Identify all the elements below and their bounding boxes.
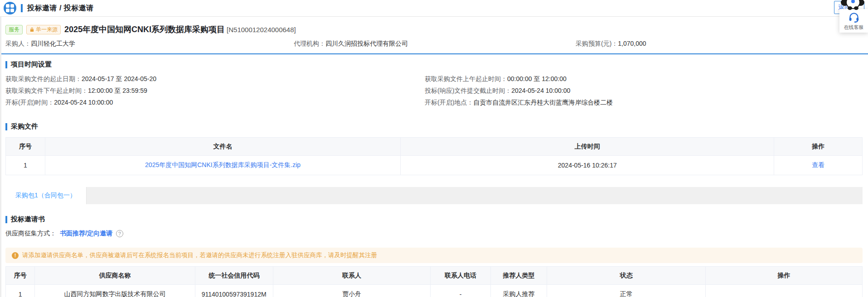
file-upload-time: 2024-05-16 10:26:17 xyxy=(401,156,774,175)
bid-invitation-page: 投标邀请 / 投标邀请 返回 在线客服 服务 单一 xyxy=(0,0,868,297)
invitation-section-title: 投标邀请书 xyxy=(11,215,45,224)
agency-field: 代理机构：四川久润招投标代理有限公司 xyxy=(294,40,576,48)
section-accent-bar xyxy=(5,61,7,68)
supplier-contact: 贾小舟 xyxy=(273,285,431,297)
supplier-action xyxy=(706,285,863,297)
col-upload-time: 上传时间 xyxy=(401,138,774,156)
online-service-label: 在线客服 xyxy=(844,24,864,31)
col-supplier-name: 供应商名称 xyxy=(35,267,195,285)
apps-grid-icon[interactable] xyxy=(4,2,16,14)
col-contact-phone: 联系人电话 xyxy=(431,267,490,285)
project-title-row: 服务 单一来源 2025年度中国知网CNKI系列数据库采购项目 [N510001… xyxy=(5,24,863,35)
col-credit-code: 统一社会信用代码 xyxy=(195,267,273,285)
breadcrumb: 投标邀请 / 投标邀请 xyxy=(27,4,94,13)
suppliers-table: 序号 供应商名称 统一社会信用代码 联系人 联系人电话 推荐人类型 状态 操作 … xyxy=(5,266,863,297)
method-label: 供应商征集方式： xyxy=(5,230,56,238)
purchaser-value: 四川轻化工大学 xyxy=(31,40,75,47)
supplier-status: 正常 xyxy=(547,285,706,297)
section-invitation-letter: 投标邀请书 xyxy=(5,215,863,224)
tag-single-source: 单一来源 xyxy=(26,25,61,34)
col-filename: 文件名 xyxy=(45,138,400,156)
time-item: 获取采购文件的起止日期：2024-05-17 至 2024-05-20 xyxy=(5,74,425,83)
warning-icon: ! xyxy=(12,252,19,259)
supplier-phone: - xyxy=(431,285,490,297)
tag-service: 服务 xyxy=(5,25,23,34)
file-view-link[interactable]: 查看 xyxy=(812,161,824,168)
time-item: 投标(响应)文件提交截止时间：2024-05-24 10:00:00 xyxy=(425,86,863,95)
time-item: 获取采购文件下午起止时间：12:00:00 至 23:59:59 xyxy=(5,86,425,95)
lock-icon xyxy=(29,27,34,32)
section-accent-bar xyxy=(5,123,7,130)
files-table: 序号 文件名 上传时间 操作 1 2025年度中国知网CNKI系列数据库采购项目… xyxy=(5,137,863,175)
time-settings-grid: 获取采购文件的起止日期：2024-05-17 至 2024-05-20 获取采购… xyxy=(5,74,863,107)
col-no: 序号 xyxy=(6,267,35,285)
help-icon[interactable]: ? xyxy=(116,230,123,237)
agency-value: 四川久润招投标代理有限公司 xyxy=(325,40,408,47)
supplier-name: 山西同方知网数字出版技术有限公司 xyxy=(35,285,195,297)
file-no: 1 xyxy=(6,156,45,175)
col-action: 操作 xyxy=(706,267,863,285)
files-table-row: 1 2025年度中国知网CNKI系列数据库采购项目-文件集.zip 2024-0… xyxy=(6,156,863,175)
col-no: 序号 xyxy=(6,138,45,156)
project-code: [N5100012024000648] xyxy=(227,26,296,34)
budget-field: 采购预算(元)：1,070,000 xyxy=(576,40,863,48)
col-action: 操作 xyxy=(774,138,863,156)
budget-value: 1,070,000 xyxy=(618,40,646,47)
files-section-title: 采购文件 xyxy=(11,122,38,131)
page-left-edge xyxy=(0,17,1,297)
purchaser-label: 采购人： xyxy=(5,40,31,47)
headset-icon xyxy=(848,11,860,23)
panda-mascot-icon[interactable] xyxy=(841,0,865,11)
supplier-no: 1 xyxy=(6,285,35,297)
supplier-credit-code: 91140100597391912M xyxy=(195,285,273,297)
col-status: 状态 xyxy=(547,267,706,285)
section-time-settings: 项目时间设置 xyxy=(5,60,863,69)
notice-text: 请添加邀请供应商名单，供应商被邀请后可在系统报名当前项目，若邀请的供应商未进行系… xyxy=(22,251,377,259)
budget-label: 采购预算(元)： xyxy=(576,40,618,47)
tab-package-1[interactable]: 采购包1（合同包一） xyxy=(5,187,87,204)
time-item: 开标(开启)时间：2024-05-24 10:00:00 xyxy=(5,98,425,107)
time-item: 获取采购文件上午起止时间：00:00:00 至 12:00:00 xyxy=(425,74,863,83)
solicitation-method-row: 供应商征集方式： 书面推荐/定向邀请 ? xyxy=(5,230,863,238)
notice-banner: ! 请添加邀请供应商名单，供应商被邀请后可在系统报名当前项目，若邀请的供应商未进… xyxy=(5,248,863,263)
project-title: 2025年度中国知网CNKI系列数据库采购项目 xyxy=(64,24,225,35)
supplier-row: 1 山西同方知网数字出版技术有限公司 91140100597391912M 贾小… xyxy=(6,285,863,297)
topbar: 投标邀请 / 投标邀请 xyxy=(0,0,868,17)
time-item: 开标(开启)地点：自贡市自流井区汇东丹桂大街蓝鹰海岸综合楼二楼 xyxy=(425,98,863,107)
online-service-widget[interactable]: 在线客服 xyxy=(839,9,868,33)
breadcrumb-accent-bar xyxy=(21,4,23,12)
section-procurement-files: 采购文件 xyxy=(5,122,863,131)
section-accent-bar xyxy=(5,216,7,223)
blue-divider xyxy=(0,53,868,54)
files-table-header-row: 序号 文件名 上传时间 操作 xyxy=(6,138,863,156)
method-value: 书面推荐/定向邀请 xyxy=(60,230,112,238)
col-contact: 联系人 xyxy=(273,267,431,285)
package-tab-strip: 采购包1（合同包一） xyxy=(5,187,863,204)
purchaser-field: 采购人：四川轻化工大学 xyxy=(5,40,294,48)
file-download-link[interactable]: 2025年度中国知网CNKI系列数据库采购项目-文件集.zip xyxy=(145,161,301,168)
suppliers-table-header-row: 序号 供应商名称 统一社会信用代码 联系人 联系人电话 推荐人类型 状态 操作 xyxy=(6,267,863,285)
supplier-recommender-type: 采购人推荐 xyxy=(490,285,547,297)
col-recommender-type: 推荐人类型 xyxy=(490,267,547,285)
agency-label: 代理机构： xyxy=(294,40,325,47)
time-section-title: 项目时间设置 xyxy=(11,60,52,69)
project-info-row: 采购人：四川轻化工大学 代理机构：四川久润招投标代理有限公司 采购预算(元)：1… xyxy=(5,40,863,48)
